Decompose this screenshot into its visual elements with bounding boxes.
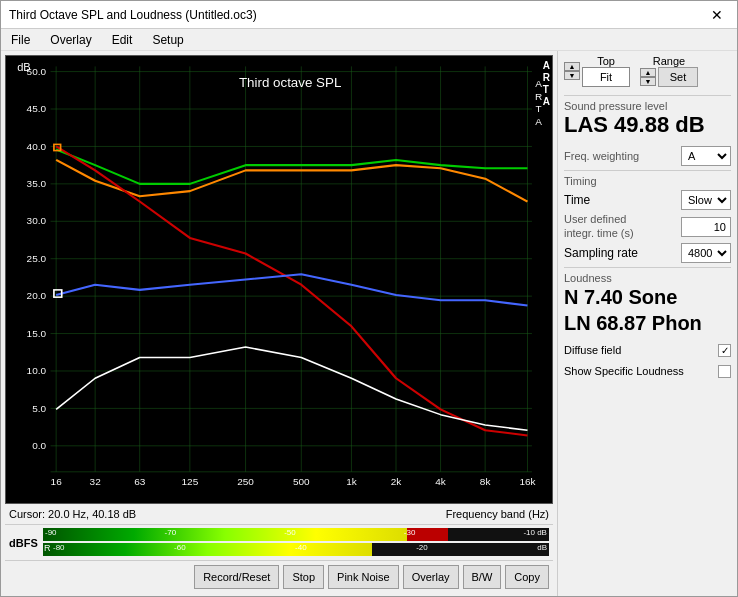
svg-text:30.0: 30.0 <box>27 216 47 227</box>
dBFS-meter: -90 -70 -50 -30 -10 dB R -80 -60 <box>43 528 549 558</box>
svg-rect-0 <box>6 56 552 503</box>
svg-text:16k: 16k <box>519 477 535 488</box>
bottom-buttons: Record/Reset Stop Pink Noise Overlay B/W… <box>5 560 553 592</box>
specific-loudness-row: Show Specific Loudness <box>564 365 731 378</box>
bw-button[interactable]: B/W <box>463 565 502 589</box>
copy-button[interactable]: Copy <box>505 565 549 589</box>
range-set-button[interactable]: Set <box>658 67 698 87</box>
timing-section: Timing Time Slow User definedintegr. tim… <box>564 170 731 262</box>
svg-text:A: A <box>535 79 542 90</box>
chart-area: 50.0 45.0 40.0 35.0 30.0 25.0 20.0 15.0 … <box>1 51 557 596</box>
dBFS-tick-70: -70 <box>165 528 177 537</box>
svg-text:4k: 4k <box>435 477 446 488</box>
loudness-ln-value: LN 68.87 Phon <box>564 310 731 336</box>
top-spin-arrows: ▲ ▼ <box>564 62 580 80</box>
specific-loudness-label: Show Specific Loudness <box>564 365 684 377</box>
dBFS-label: dBFS <box>9 537 39 549</box>
svg-text:T: T <box>536 103 542 114</box>
time-select[interactable]: Slow <box>681 190 731 210</box>
menu-edit[interactable]: Edit <box>106 31 139 49</box>
sampling-select[interactable]: 48000 <box>681 243 731 263</box>
svg-text:5.0: 5.0 <box>32 403 47 414</box>
diffuse-label: Diffuse field <box>564 344 621 356</box>
svg-text:63: 63 <box>134 477 145 488</box>
loudness-section: Loudness N 7.40 Sone LN 68.87 Phon <box>564 267 731 336</box>
side-panel: ▲ ▼ Top Fit Range ▲ <box>557 51 737 596</box>
record-reset-button[interactable]: Record/Reset <box>194 565 279 589</box>
timing-section-label: Timing <box>564 175 731 187</box>
svg-text:16: 16 <box>51 477 62 488</box>
freq-weighting-row: Freq. weighting A <box>564 146 731 166</box>
svg-text:10.0: 10.0 <box>27 365 47 376</box>
dBFS-tick-80: -80 <box>53 543 65 552</box>
freq-band-label: Frequency band (Hz) <box>446 508 549 520</box>
title-bar: Third Octave SPL and Loudness (Untitled.… <box>1 1 737 29</box>
svg-text:R: R <box>535 91 542 102</box>
dBFS-bar: dBFS -90 -70 -50 -30 <box>5 524 553 560</box>
close-button[interactable]: ✕ <box>705 5 729 25</box>
dBFS-tick-10: -10 dB <box>523 528 547 537</box>
cursor-info: Cursor: 20.0 Hz, 40.18 dB <box>9 508 136 520</box>
chart-svg: 50.0 45.0 40.0 35.0 30.0 25.0 20.0 15.0 … <box>6 56 552 503</box>
loudness-n-value: N 7.40 Sone <box>564 284 731 310</box>
svg-text:25.0: 25.0 <box>27 253 47 264</box>
svg-text:dB: dB <box>17 61 31 73</box>
integr-input[interactable] <box>681 217 731 237</box>
time-row: Time Slow <box>564 190 731 210</box>
dBFS-tick-40: -40 <box>295 543 307 552</box>
svg-text:15.0: 15.0 <box>27 328 47 339</box>
top-up-btn[interactable]: ▲ <box>564 62 580 71</box>
dBFS-tick-90: -90 <box>45 528 57 537</box>
window-title: Third Octave SPL and Loudness (Untitled.… <box>9 8 257 22</box>
main-window: Third Octave SPL and Loudness (Untitled.… <box>0 0 738 597</box>
svg-text:0.0: 0.0 <box>32 440 47 451</box>
spl-value: LAS 49.88 dB <box>564 112 731 138</box>
loudness-section-label: Loudness <box>564 272 731 284</box>
range-spin-arrows: ▲ ▼ <box>640 68 656 86</box>
menu-file[interactable]: File <box>5 31 36 49</box>
sampling-row: Sampling rate 48000 <box>564 243 731 263</box>
svg-text:35.0: 35.0 <box>27 178 47 189</box>
top-down-btn[interactable]: ▼ <box>564 71 580 80</box>
svg-text:500: 500 <box>293 477 310 488</box>
dBFS-tick-db: dB <box>537 543 547 552</box>
range-down-btn[interactable]: ▼ <box>640 77 656 86</box>
integr-row: User definedintegr. time (s) <box>564 213 731 239</box>
top-value-box[interactable]: Fit <box>582 67 630 87</box>
menu-bar: File Overlay Edit Setup <box>1 29 737 51</box>
menu-overlay[interactable]: Overlay <box>44 31 97 49</box>
stop-button[interactable]: Stop <box>283 565 324 589</box>
sampling-label: Sampling rate <box>564 246 638 260</box>
menu-setup[interactable]: Setup <box>146 31 189 49</box>
diffuse-row: Diffuse field <box>564 344 731 357</box>
svg-text:32: 32 <box>90 477 101 488</box>
freq-weighting-select[interactable]: A <box>681 146 731 166</box>
pink-noise-button[interactable]: Pink Noise <box>328 565 399 589</box>
time-label: Time <box>564 193 590 207</box>
dBFS-tick-50: -50 <box>284 528 296 537</box>
specific-loudness-checkbox[interactable] <box>718 365 731 378</box>
svg-text:40.0: 40.0 <box>27 141 47 152</box>
main-content: 50.0 45.0 40.0 35.0 30.0 25.0 20.0 15.0 … <box>1 51 737 596</box>
svg-text:8k: 8k <box>480 477 491 488</box>
chart-container: 50.0 45.0 40.0 35.0 30.0 25.0 20.0 15.0 … <box>5 55 553 504</box>
svg-text:20.0: 20.0 <box>27 291 47 302</box>
svg-text:250: 250 <box>237 477 254 488</box>
spl-section: Sound pressure level LAS 49.88 dB <box>564 95 731 138</box>
spl-section-label: Sound pressure level <box>564 100 731 112</box>
svg-text:1k: 1k <box>346 477 357 488</box>
top-label: Top <box>597 55 615 67</box>
dBFS-tick-60: -60 <box>174 543 186 552</box>
diffuse-checkbox[interactable] <box>718 344 731 357</box>
svg-text:Third octave SPL: Third octave SPL <box>239 76 342 90</box>
range-label: Range <box>653 55 685 67</box>
integr-label: User definedintegr. time (s) <box>564 213 634 239</box>
range-control: Range ▲ ▼ Set <box>640 55 698 87</box>
overlay-button[interactable]: Overlay <box>403 565 459 589</box>
svg-text:2k: 2k <box>391 477 402 488</box>
svg-text:A: A <box>535 116 542 127</box>
freq-weighting-label: Freq. weighting <box>564 150 639 162</box>
dBFS-tick-20: -20 <box>416 543 428 552</box>
range-up-btn[interactable]: ▲ <box>640 68 656 77</box>
dBFS-tick-30: -30 <box>404 528 416 537</box>
